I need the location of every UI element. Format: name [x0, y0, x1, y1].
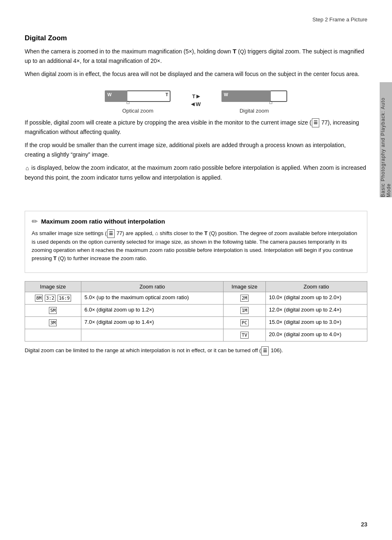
table-row: 3M 7.0× (digital zoom up to 1.4×) PC 15.…: [25, 317, 367, 329]
spacer: [25, 186, 367, 203]
zoom-diagram: W T ⌂ Optical zoom T W W T ⌂: [25, 87, 367, 114]
row1-ratio-left: 5.0× (up to the maximum optical zoom rat…: [81, 292, 224, 305]
ref-icon-77: ☰: [312, 118, 319, 127]
row4-ratio-left: [81, 329, 224, 342]
row2-size-right: 1M: [224, 305, 265, 317]
row4-size-left: [25, 329, 81, 342]
indicator-marker-optical: ⌂: [126, 99, 129, 105]
icon-16-9: 16:9: [58, 295, 71, 302]
digital-zoom-caption: Digital zoom: [240, 108, 269, 114]
table-row: 8M 3:2 16:9 5.0× (up to the maximum opti…: [25, 292, 367, 305]
indicator-marker-digital: ⌂: [269, 99, 272, 105]
page-header: Step 2 Frame a Picture: [25, 16, 367, 26]
ref-icon-106: ☰: [261, 346, 269, 355]
house-icon-note: ⌂: [155, 230, 158, 236]
icon-2m: 2M: [240, 295, 248, 302]
digital-zoom-bar: W T ⌂: [221, 87, 287, 105]
arrow-w: W: [191, 101, 201, 107]
icon-pc: PC: [240, 319, 248, 326]
t-label-note: T: [204, 230, 208, 236]
row3-ratio-right: 15.0× (digital zoom up to 3.0×): [265, 317, 367, 329]
digital-zoom-item: W T ⌂ Digital zoom: [221, 87, 287, 114]
optical-zoom-item: W T ⌂ Optical zoom: [105, 87, 171, 114]
page-number: 23: [361, 521, 367, 528]
note-header: ✏ Maximum zoom ratio without interpolati…: [32, 217, 360, 226]
row1-size-right: 2M: [224, 292, 265, 305]
zoom-w-label: W: [107, 92, 111, 97]
para3: If possible, digital zoom will create a …: [25, 118, 367, 136]
para2: When digital zoom is in effect, the focu…: [25, 69, 367, 78]
q-symbol: Q: [240, 48, 244, 55]
table-row: TV 20.0× (digital zoom up to 4.0×): [25, 329, 367, 342]
house-icon: ⌂: [25, 164, 29, 173]
col1-header2: Zoom ratio: [81, 282, 224, 292]
arrow-t: T: [192, 93, 200, 99]
sidebar-label: Basic Photography and Playback: Auto Mod…: [380, 82, 392, 197]
para4: If the crop would be smaller than the cu…: [25, 141, 367, 159]
t-button-label: T: [233, 48, 236, 55]
icon-8m: 8M: [35, 295, 43, 302]
zoom-t-label-digital: T: [282, 92, 285, 97]
page: Step 2 Frame a Picture Digital Zoom When…: [0, 0, 392, 540]
row2-ratio-left: 6.0× (digital zoom up to 1.2×): [81, 305, 224, 317]
optical-zoom-bar: W T ⌂: [105, 87, 171, 105]
para1: When the camera is zoomed in to the maxi…: [25, 46, 367, 65]
t-label-note2: T: [53, 255, 57, 261]
note-box: ✏ Maximum zoom ratio without interpolati…: [25, 211, 367, 273]
note-pencil-icon: ✏: [32, 217, 38, 226]
col1-header1: Image size: [25, 282, 81, 292]
zoom-t-label-optical: T: [166, 92, 168, 97]
q-symbol-note: Q: [211, 230, 215, 236]
icon-3m: 3M: [49, 319, 57, 326]
note-body: As smaller image size settings (☰ 77) ar…: [32, 229, 360, 263]
col2-header2: Zoom ratio: [265, 282, 367, 292]
header-title: Step 2 Frame a Picture: [312, 16, 367, 23]
row2-ratio-right: 12.0× (digital zoom up to 2.4×): [265, 305, 367, 317]
para5: ⌂ is displayed, below the zoom indicator…: [25, 163, 367, 182]
q-symbol-note2: Q: [60, 255, 64, 261]
zoom-bar-fill-digital: [221, 90, 271, 102]
row3-size-left: 3M: [25, 317, 81, 329]
zoom-arrows: T W: [191, 93, 201, 107]
row4-ratio-right: 20.0× (digital zoom up to 4.0×): [265, 329, 367, 342]
row4-size-right: TV: [224, 329, 265, 342]
icon-1m: 1M: [240, 307, 248, 314]
row3-ratio-left: 7.0× (digital zoom up to 1.4×): [81, 317, 224, 329]
note-title: Maximum zoom ratio without interpolation: [41, 218, 165, 225]
zoom-ratio-table: Image size Zoom ratio Image size Zoom ra…: [25, 281, 367, 342]
table-row: 5M 6.0× (digital zoom up to 1.2×) 1M 12.…: [25, 305, 367, 317]
zoom-w-label-digital: W: [224, 92, 228, 97]
icon-3-2: 3:2: [45, 295, 55, 302]
ref-icon-note-77: ☰: [107, 229, 115, 238]
row1-ratio-right: 10.0× (digital zoom up to 2.0×): [265, 292, 367, 305]
section-title: Digital Zoom: [25, 34, 367, 42]
col2-header1: Image size: [224, 282, 265, 292]
icon-tv: TV: [240, 332, 248, 339]
icon-5m: 5M: [49, 307, 57, 314]
optical-zoom-caption: Optical zoom: [122, 108, 153, 114]
row2-size-left: 5M: [25, 305, 81, 317]
row1-size-left: 8M 3:2 16:9: [25, 292, 81, 305]
row3-size-right: PC: [224, 317, 265, 329]
footer-note: Digital zoom can be limited to the range…: [25, 346, 367, 355]
